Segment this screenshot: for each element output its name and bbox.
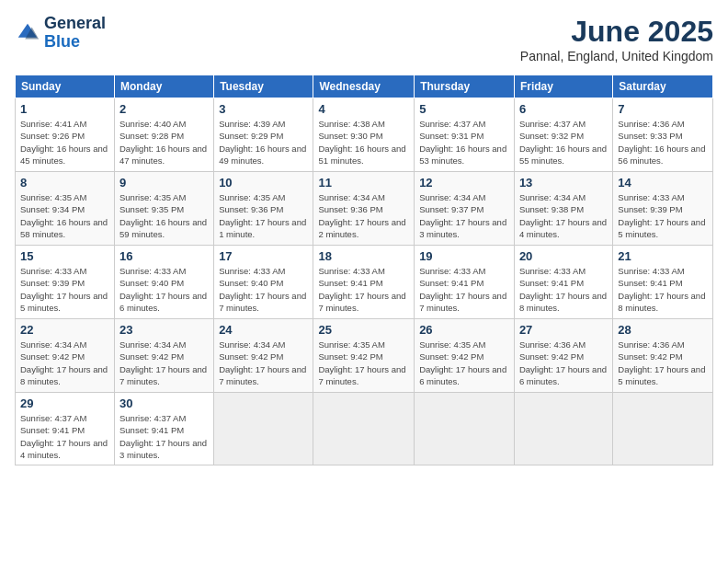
table-row: 11Sunrise: 4:34 AM Sunset: 9:36 PM Dayli… [313,172,415,246]
day-info: Sunrise: 4:34 AM Sunset: 9:37 PM Dayligh… [419,191,509,240]
day-info: Sunrise: 4:35 AM Sunset: 9:36 PM Dayligh… [219,191,308,240]
day-info: Sunrise: 4:37 AM Sunset: 9:31 PM Dayligh… [419,118,509,167]
table-row: 8Sunrise: 4:35 AM Sunset: 9:34 PM Daylig… [16,172,115,246]
table-row: 4Sunrise: 4:38 AM Sunset: 9:30 PM Daylig… [313,98,415,172]
day-number: 28 [618,323,708,337]
day-number: 4 [318,102,409,116]
day-info: Sunrise: 4:39 AM Sunset: 9:29 PM Dayligh… [219,118,308,167]
logo-icon [15,20,40,46]
table-row: 7Sunrise: 4:36 AM Sunset: 9:33 PM Daylig… [613,98,713,172]
day-number: 12 [419,176,509,190]
day-number: 27 [519,323,608,337]
day-number: 20 [519,249,608,263]
table-row: 3Sunrise: 4:39 AM Sunset: 9:29 PM Daylig… [214,98,313,172]
day-info: Sunrise: 4:37 AM Sunset: 9:32 PM Dayligh… [519,118,608,167]
table-row: 20Sunrise: 4:33 AM Sunset: 9:41 PM Dayli… [514,246,612,319]
title-block: June 2025 Pannal, England, United Kingdo… [520,15,713,63]
day-number: 3 [219,102,308,116]
table-row: 17Sunrise: 4:33 AM Sunset: 9:40 PM Dayli… [214,246,313,319]
day-info: Sunrise: 4:37 AM Sunset: 9:41 PM Dayligh… [20,412,109,461]
day-info: Sunrise: 4:33 AM Sunset: 9:41 PM Dayligh… [618,265,708,314]
day-info: Sunrise: 4:33 AM Sunset: 9:41 PM Dayligh… [318,265,409,314]
calendar-header-row: Sunday Monday Tuesday Wednesday Thursday… [16,75,713,98]
day-info: Sunrise: 4:36 AM Sunset: 9:42 PM Dayligh… [519,339,608,387]
day-number: 23 [119,323,209,337]
page: General Blue June 2025 Pannal, England, … [0,0,728,563]
day-number: 13 [519,176,608,190]
day-number: 25 [318,323,409,337]
col-friday: Friday [514,75,612,98]
day-number: 14 [618,176,708,190]
day-info: Sunrise: 4:34 AM Sunset: 9:36 PM Dayligh… [318,191,409,240]
day-info: Sunrise: 4:35 AM Sunset: 9:35 PM Dayligh… [119,191,209,240]
day-info: Sunrise: 4:41 AM Sunset: 9:26 PM Dayligh… [20,118,109,167]
table-row: 26Sunrise: 4:35 AM Sunset: 9:42 PM Dayli… [415,319,515,393]
table-row: 16Sunrise: 4:33 AM Sunset: 9:40 PM Dayli… [115,246,214,319]
day-info: Sunrise: 4:34 AM Sunset: 9:38 PM Dayligh… [519,191,608,240]
day-info: Sunrise: 4:36 AM Sunset: 9:42 PM Dayligh… [618,339,708,387]
day-number: 1 [20,102,109,116]
day-number: 2 [119,102,209,116]
table-row: 6Sunrise: 4:37 AM Sunset: 9:32 PM Daylig… [514,98,612,172]
table-row: 5Sunrise: 4:37 AM Sunset: 9:31 PM Daylig… [415,98,515,172]
table-row: 10Sunrise: 4:35 AM Sunset: 9:36 PM Dayli… [214,172,313,246]
table-row [313,393,415,465]
table-row: 19Sunrise: 4:33 AM Sunset: 9:41 PM Dayli… [415,246,515,319]
day-number: 8 [20,176,109,190]
day-info: Sunrise: 4:33 AM Sunset: 9:40 PM Dayligh… [219,265,308,314]
logo: General Blue [15,15,106,52]
day-number: 22 [20,323,109,337]
day-number: 29 [20,396,109,410]
table-row: 21Sunrise: 4:33 AM Sunset: 9:41 PM Dayli… [613,246,713,319]
table-row [415,393,515,465]
day-info: Sunrise: 4:34 AM Sunset: 9:42 PM Dayligh… [20,339,109,387]
day-number: 15 [20,249,109,263]
table-row: 29Sunrise: 4:37 AM Sunset: 9:41 PM Dayli… [16,393,115,465]
col-sunday: Sunday [16,75,115,98]
table-row: 1Sunrise: 4:41 AM Sunset: 9:26 PM Daylig… [16,98,115,172]
table-row: 22Sunrise: 4:34 AM Sunset: 9:42 PM Dayli… [16,319,115,393]
calendar-week-row: 15Sunrise: 4:33 AM Sunset: 9:39 PM Dayli… [16,246,713,319]
table-row: 30Sunrise: 4:37 AM Sunset: 9:41 PM Dayli… [115,393,214,465]
day-number: 21 [618,249,708,263]
table-row [613,393,713,465]
calendar-week-row: 8Sunrise: 4:35 AM Sunset: 9:34 PM Daylig… [16,172,713,246]
table-row: 28Sunrise: 4:36 AM Sunset: 9:42 PM Dayli… [613,319,713,393]
table-row: 25Sunrise: 4:35 AM Sunset: 9:42 PM Dayli… [313,319,415,393]
day-info: Sunrise: 4:33 AM Sunset: 9:39 PM Dayligh… [20,265,109,314]
day-number: 24 [219,323,308,337]
day-number: 9 [119,176,209,190]
col-monday: Monday [115,75,214,98]
table-row: 12Sunrise: 4:34 AM Sunset: 9:37 PM Dayli… [415,172,515,246]
day-info: Sunrise: 4:35 AM Sunset: 9:34 PM Dayligh… [20,191,109,240]
table-row: 23Sunrise: 4:34 AM Sunset: 9:42 PM Dayli… [115,319,214,393]
table-row: 15Sunrise: 4:33 AM Sunset: 9:39 PM Dayli… [16,246,115,319]
table-row: 14Sunrise: 4:33 AM Sunset: 9:39 PM Dayli… [613,172,713,246]
table-row [214,393,313,465]
calendar-week-row: 29Sunrise: 4:37 AM Sunset: 9:41 PM Dayli… [16,393,713,465]
col-saturday: Saturday [613,75,713,98]
day-info: Sunrise: 4:33 AM Sunset: 9:39 PM Dayligh… [618,191,708,240]
day-number: 26 [419,323,509,337]
logo-text: General Blue [44,15,106,52]
table-row: 13Sunrise: 4:34 AM Sunset: 9:38 PM Dayli… [514,172,612,246]
day-number: 16 [119,249,209,263]
table-row: 27Sunrise: 4:36 AM Sunset: 9:42 PM Dayli… [514,319,612,393]
table-row: 9Sunrise: 4:35 AM Sunset: 9:35 PM Daylig… [115,172,214,246]
day-info: Sunrise: 4:34 AM Sunset: 9:42 PM Dayligh… [219,339,308,387]
day-info: Sunrise: 4:33 AM Sunset: 9:40 PM Dayligh… [119,265,209,314]
day-number: 19 [419,249,509,263]
col-thursday: Thursday [415,75,515,98]
day-info: Sunrise: 4:33 AM Sunset: 9:41 PM Dayligh… [419,265,509,314]
day-info: Sunrise: 4:40 AM Sunset: 9:28 PM Dayligh… [119,118,209,167]
table-row: 2Sunrise: 4:40 AM Sunset: 9:28 PM Daylig… [115,98,214,172]
col-wednesday: Wednesday [313,75,415,98]
day-info: Sunrise: 4:37 AM Sunset: 9:41 PM Dayligh… [119,412,209,461]
calendar: Sunday Monday Tuesday Wednesday Thursday… [15,75,713,465]
day-number: 17 [219,249,308,263]
table-row: 24Sunrise: 4:34 AM Sunset: 9:42 PM Dayli… [214,319,313,393]
day-info: Sunrise: 4:35 AM Sunset: 9:42 PM Dayligh… [318,339,409,387]
calendar-week-row: 1Sunrise: 4:41 AM Sunset: 9:26 PM Daylig… [16,98,713,172]
day-number: 10 [219,176,308,190]
table-row: 18Sunrise: 4:33 AM Sunset: 9:41 PM Dayli… [313,246,415,319]
